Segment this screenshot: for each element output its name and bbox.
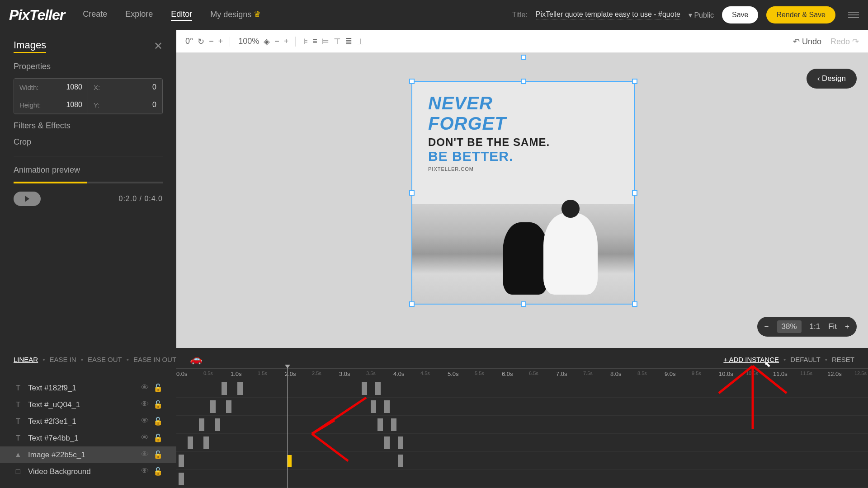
align-center-icon[interactable]: ≡	[312, 37, 317, 46]
lock-icon[interactable]: 🔓	[153, 400, 163, 409]
handle-tl[interactable]	[409, 79, 415, 84]
visibility-icon[interactable]: 👁	[141, 433, 149, 443]
layer-name: Text #7e4bb_1	[28, 434, 79, 443]
visibility-icon[interactable]: 👁	[141, 450, 149, 460]
ruler-tick: 1.5s	[258, 371, 267, 376]
ruler-tick: 5.0s	[448, 371, 459, 377]
selected-image[interactable]: NEVER FORGET DON'T BE THE SAME. BE BETTE…	[411, 81, 635, 305]
menu-icon[interactable]	[848, 12, 859, 18]
handle-tm[interactable]	[521, 79, 526, 84]
title-input[interactable]: PixTeller quote template easy to use - #…	[536, 10, 680, 20]
ease-out[interactable]: EASE OUT	[88, 356, 122, 363]
animation-progress[interactable]	[14, 182, 163, 183]
rotate-plus[interactable]: +	[218, 37, 223, 46]
layer-row[interactable]: □ Video Background 👁 🔓	[0, 463, 176, 480]
opacity-plus[interactable]: +	[284, 37, 289, 46]
visibility-icon[interactable]: 👁	[141, 467, 149, 476]
transparency-icon[interactable]: ◈	[264, 37, 270, 47]
lock-icon[interactable]: 🔓	[153, 467, 163, 476]
rotate-icon[interactable]: ↻	[198, 37, 204, 47]
default-button[interactable]: DEFAULT	[790, 356, 820, 363]
visibility-icon[interactable]: 👁	[141, 417, 149, 426]
opacity-minus[interactable]: −	[274, 37, 279, 46]
ease-inout[interactable]: EASE IN OUT	[133, 356, 176, 363]
nav-mydesigns[interactable]: My designs ♛	[210, 9, 261, 21]
logo: PixTeller	[9, 7, 65, 23]
rotate-minus[interactable]: −	[209, 37, 214, 46]
rotation-value[interactable]: 0°	[185, 37, 193, 46]
ease-linear[interactable]: LINEAR	[14, 356, 38, 363]
align-middle-icon[interactable]: ≣	[345, 37, 352, 47]
undo-button[interactable]: ↶ Undo	[793, 37, 821, 47]
save-button[interactable]: Save	[722, 6, 758, 23]
layer-row[interactable]: T Text #_uQ04_1 👁 🔓	[0, 396, 176, 413]
ruler-tick: 4.0s	[393, 371, 405, 377]
handle-bm[interactable]	[521, 301, 526, 307]
zoom-in-button[interactable]: +	[845, 322, 849, 331]
lock-icon[interactable]: 🔓	[153, 433, 163, 443]
sidebar-title: Images	[14, 39, 46, 53]
handle-ml[interactable]	[409, 190, 415, 196]
layers-list: T Text #182f9_1 👁 🔓 T Text #_uQ04_1 👁 🔓 …	[0, 380, 176, 488]
render-save-button[interactable]: Render & Save	[766, 6, 835, 23]
nav-editor[interactable]: Editor	[171, 9, 192, 21]
nav-links: Create Explore Editor My designs ♛	[83, 9, 261, 21]
layer-row[interactable]: ▲ Image #22b5c_1 👁 🔓	[0, 446, 176, 463]
zoom-percent[interactable]: 38%	[777, 320, 802, 333]
crop-link[interactable]: Crop	[14, 137, 163, 147]
align-top-icon[interactable]: ⊤	[334, 37, 341, 47]
visibility-toggle[interactable]: ▾ Public	[689, 11, 714, 19]
layer-type-icon: □	[14, 467, 23, 476]
ruler-tick: 0.0s	[176, 371, 188, 377]
layer-row[interactable]: T Text #7e4bb_1 👁 🔓	[0, 430, 176, 446]
align-bottom-icon[interactable]: ⊥	[357, 37, 364, 47]
reset-button[interactable]: RESET	[832, 356, 854, 363]
timeline-ruler[interactable]: 0.0s0.5s1.0s1.5s2.0s2.5s3.0s3.5s4.0s4.5s…	[176, 368, 868, 380]
zoom-out-button[interactable]: −	[764, 322, 769, 331]
handle-mr[interactable]	[632, 190, 637, 196]
redo-button[interactable]: Redo ↷	[830, 37, 859, 47]
ruler-tick: 3.5s	[366, 371, 376, 376]
nav-explore[interactable]: Explore	[125, 9, 153, 21]
design-mode-button[interactable]: ‹ Design	[807, 69, 857, 89]
layer-row[interactable]: T Text #182f9_1 👁 🔓	[0, 380, 176, 396]
y-input[interactable]: 0	[152, 101, 156, 109]
layer-type-icon: T	[14, 384, 23, 393]
close-icon[interactable]: ✕	[154, 40, 163, 52]
lock-icon[interactable]: 🔓	[153, 383, 163, 393]
layer-name: Text #_uQ04_1	[28, 400, 80, 409]
tracks-area[interactable]	[176, 380, 868, 488]
lock-icon[interactable]: 🔓	[153, 417, 163, 426]
opacity-value[interactable]: 100%	[238, 37, 259, 46]
align-left-icon[interactable]: ⊧	[304, 37, 308, 47]
width-input[interactable]: 1080	[66, 83, 82, 91]
align-right-icon[interactable]: ⊨	[322, 37, 329, 47]
layer-type-icon: T	[14, 434, 23, 443]
handle-tr[interactable]	[632, 79, 637, 84]
height-input[interactable]: 1080	[66, 101, 82, 109]
handle-bl[interactable]	[409, 301, 415, 307]
x-input[interactable]: 0	[152, 83, 156, 91]
timeline-panel: LINEAR • EASE IN • EASE OUT • EASE IN OU…	[0, 348, 868, 488]
handle-br[interactable]	[632, 301, 637, 307]
ease-in[interactable]: EASE IN	[49, 356, 76, 363]
visibility-icon[interactable]: 👁	[141, 383, 149, 393]
layer-row[interactable]: T Text #2f3e1_1 👁 🔓	[0, 413, 176, 430]
playhead[interactable]	[287, 368, 288, 488]
nav-create[interactable]: Create	[83, 9, 107, 21]
handle-rotate[interactable]	[521, 55, 526, 60]
animation-time: 0:2.0 / 0:4.0	[118, 195, 163, 203]
play-button[interactable]	[14, 192, 41, 206]
zoom-ratio[interactable]: 1:1	[810, 322, 821, 331]
visibility-icon[interactable]: 👁	[141, 400, 149, 409]
ruler-tick: 10.5s	[746, 371, 758, 376]
animation-preview-label: Animation preview	[14, 165, 163, 175]
header: PixTeller Create Explore Editor My desig…	[0, 0, 868, 30]
zoom-fit[interactable]: Fit	[828, 322, 837, 331]
filters-link[interactable]: Filters & Effects	[14, 121, 163, 131]
add-instance-button[interactable]: + ADD INSTANCE	[723, 356, 779, 363]
properties-label: Properties	[14, 62, 163, 71]
car-icon[interactable]: 🚗	[190, 353, 202, 365]
canvas-area[interactable]: NEVER FORGET DON'T BE THE SAME. BE BETTE…	[176, 53, 868, 348]
lock-icon[interactable]: 🔓	[153, 450, 163, 460]
